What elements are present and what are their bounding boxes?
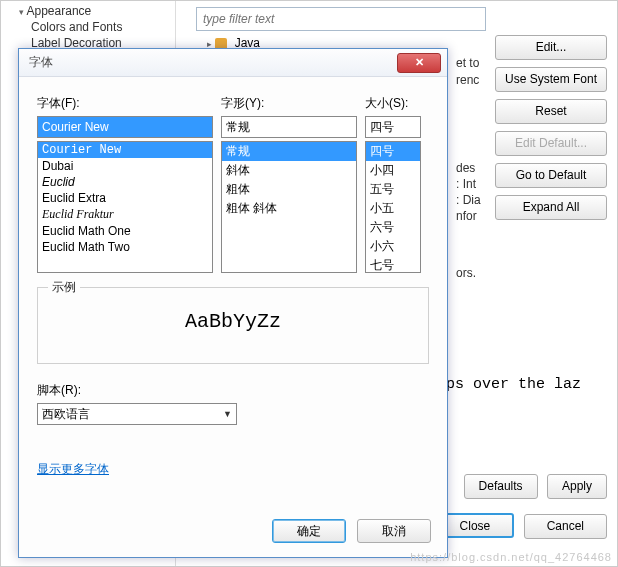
- script-value: 西欧语言: [42, 406, 223, 423]
- list-item[interactable]: 小六: [366, 237, 420, 256]
- clipped-text: des: [456, 161, 475, 175]
- list-item[interactable]: 常规: [222, 142, 356, 161]
- list-item[interactable]: Euclid: [38, 174, 212, 190]
- preview-text: ps over the laz: [446, 376, 581, 393]
- list-item[interactable]: Euclid Math Two: [38, 239, 212, 255]
- clipped-text: : Dia: [456, 193, 481, 207]
- more-fonts-link[interactable]: 显示更多字体: [37, 462, 109, 476]
- bottom-buttons: Defaults Apply: [458, 474, 607, 506]
- size-listbox[interactable]: 四号 小四 五号 小五 六号 小六 七号: [365, 141, 421, 273]
- list-item[interactable]: Euclid Fraktur: [38, 206, 212, 223]
- clipped-text: ors.: [456, 266, 476, 280]
- chevron-down-icon: ▼: [223, 409, 232, 419]
- tree-label: Appearance: [27, 4, 92, 18]
- dialog-title: 字体: [29, 54, 397, 71]
- clipped-text: renc: [456, 73, 479, 87]
- font-listbox[interactable]: Courier New Dubai Euclid Euclid Extra Eu…: [37, 141, 213, 273]
- filter-input[interactable]: [196, 7, 486, 31]
- clipped-text: : Int: [456, 177, 476, 191]
- cancel-button[interactable]: 取消: [357, 519, 431, 543]
- go-to-default-button[interactable]: Go to Default: [495, 163, 607, 188]
- close-cancel-row: Close Cancel: [430, 513, 607, 546]
- list-item[interactable]: Euclid Extra: [38, 190, 212, 206]
- clipped-text: et to: [456, 56, 479, 70]
- edit-button[interactable]: Edit...: [495, 35, 607, 60]
- list-item[interactable]: Dubai: [38, 158, 212, 174]
- list-item[interactable]: 粗体: [222, 180, 356, 199]
- cancel-button[interactable]: Cancel: [524, 514, 607, 539]
- list-item[interactable]: Euclid Math One: [38, 223, 212, 239]
- list-item[interactable]: 小五: [366, 199, 420, 218]
- watermark: https://blog.csdn.net/qq_42764468: [410, 551, 612, 563]
- list-item[interactable]: 六号: [366, 218, 420, 237]
- side-buttons: Edit... Use System Font Reset Edit Defau…: [495, 35, 607, 227]
- list-item[interactable]: 四号: [366, 142, 420, 161]
- apply-button[interactable]: Apply: [547, 474, 607, 499]
- close-icon[interactable]: ✕: [397, 53, 441, 73]
- script-combo[interactable]: 西欧语言 ▼: [37, 403, 237, 425]
- sample-text: AaBbYyZz: [48, 302, 418, 341]
- sample-label: 示例: [48, 279, 80, 296]
- dialog-buttons: 确定 取消: [264, 519, 431, 543]
- list-item[interactable]: 斜体: [222, 161, 356, 180]
- script-label: 脚本(R):: [37, 382, 429, 399]
- list-item[interactable]: 粗体 斜体: [222, 199, 356, 218]
- ok-button[interactable]: 确定: [272, 519, 346, 543]
- list-item[interactable]: 七号: [366, 256, 420, 273]
- style-input[interactable]: [221, 116, 357, 138]
- tree-item-appearance[interactable]: Appearance: [13, 3, 175, 19]
- size-label: 大小(S):: [365, 95, 421, 112]
- reset-button[interactable]: Reset: [495, 99, 607, 124]
- font-dialog: 字体 ✕ 字体(F): Courier New Dubai Euclid Euc…: [18, 48, 448, 558]
- use-system-font-button[interactable]: Use System Font: [495, 67, 607, 92]
- list-item[interactable]: Courier New: [38, 142, 212, 158]
- tree-item-colors-fonts[interactable]: Colors and Fonts: [13, 19, 175, 35]
- style-label: 字形(Y):: [221, 95, 357, 112]
- defaults-button[interactable]: Defaults: [464, 474, 538, 499]
- font-input[interactable]: [37, 116, 213, 138]
- sample-group: 示例 AaBbYyZz: [37, 287, 429, 364]
- list-item[interactable]: 小四: [366, 161, 420, 180]
- expand-all-button[interactable]: Expand All: [495, 195, 607, 220]
- clipped-text: nfor: [456, 209, 477, 223]
- edit-default-button: Edit Default...: [495, 131, 607, 156]
- style-listbox[interactable]: 常规 斜体 粗体 粗体 斜体: [221, 141, 357, 273]
- size-input[interactable]: [365, 116, 421, 138]
- title-bar[interactable]: 字体 ✕: [19, 49, 447, 77]
- list-item[interactable]: 五号: [366, 180, 420, 199]
- dialog-body: 字体(F): Courier New Dubai Euclid Euclid E…: [19, 77, 447, 490]
- tree-label: Colors and Fonts: [31, 20, 122, 34]
- font-label: 字体(F):: [37, 95, 213, 112]
